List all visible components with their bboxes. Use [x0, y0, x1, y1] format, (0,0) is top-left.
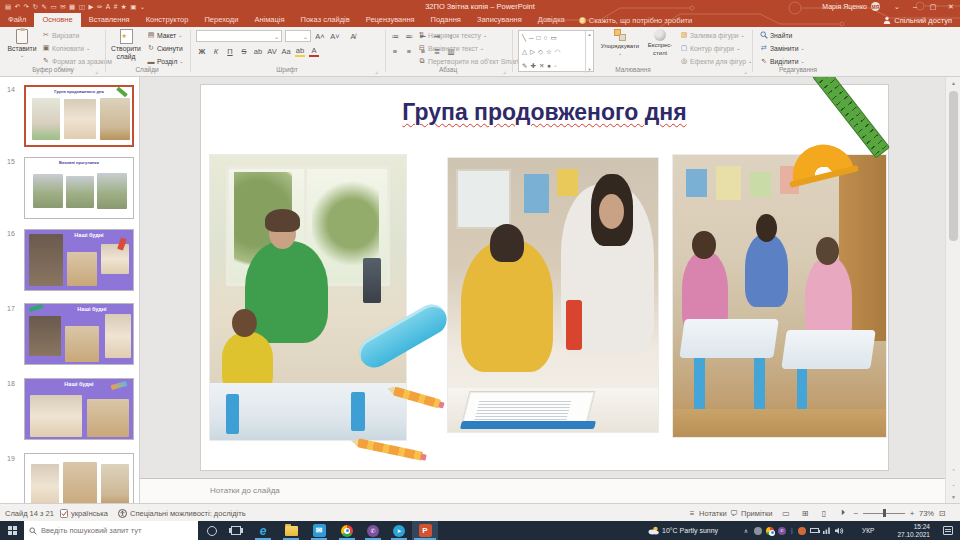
tab-recording[interactable]: Записування: [469, 13, 530, 27]
volume-icon[interactable]: [835, 527, 844, 535]
reset-button[interactable]: ↻Скинути: [147, 42, 183, 54]
italic-button[interactable]: К: [211, 47, 221, 56]
shape-arrow-icon[interactable]: ▷: [530, 46, 535, 58]
close-button[interactable]: ✕: [942, 0, 960, 13]
taskbar-chrome[interactable]: [334, 521, 360, 540]
decrease-font-button[interactable]: A˅: [330, 30, 340, 42]
reading-view-button[interactable]: ▯: [816, 504, 832, 522]
clipboard-dialog-launcher[interactable]: ⌟: [95, 67, 98, 74]
edit-icon[interactable]: ✎: [42, 0, 47, 13]
share-button[interactable]: Спільний доступ: [883, 13, 952, 27]
taskbar-weather[interactable]: 10°C Partly sunny: [648, 521, 718, 540]
shape-outline-button[interactable]: ▢Контур фігури⌄: [680, 42, 740, 54]
slide-title[interactable]: Група продовженого дня: [201, 99, 888, 126]
font-color-button[interactable]: А: [309, 46, 319, 57]
action-center-button[interactable]: [938, 521, 958, 540]
shape-diamond-icon[interactable]: ◇: [538, 46, 543, 58]
shape-triangle-icon[interactable]: △: [522, 46, 527, 58]
task-view-button[interactable]: [226, 521, 246, 540]
shape-plus-icon[interactable]: ✚: [530, 60, 535, 72]
slide-thumbnail-19[interactable]: [24, 453, 134, 503]
taskbar-powerpoint[interactable]: P: [412, 521, 438, 540]
notes-pane[interactable]: Нотатки до слайда: [140, 478, 945, 503]
shape-small-dot-icon[interactable]: ◦: [554, 60, 556, 72]
shape-rect-icon[interactable]: □: [537, 32, 541, 44]
redo-icon[interactable]: ↷: [24, 0, 29, 13]
scroll-up-icon[interactable]: ▲: [946, 77, 960, 89]
underline-button[interactable]: П: [225, 47, 235, 56]
font-name-select[interactable]: ⌄: [196, 30, 282, 42]
text-shadow-button[interactable]: ab: [253, 47, 263, 56]
chrome-tray-icon[interactable]: [766, 527, 774, 535]
text-direction-button[interactable]: ⇅Напрямок тексту⌄: [418, 29, 487, 41]
slide-thumbnail-15[interactable]: Виховні прогулянки: [24, 157, 134, 219]
tab-view[interactable]: Подання: [423, 13, 469, 27]
spellcheck-button[interactable]: українська: [60, 504, 108, 522]
find-button[interactable]: Знайти: [760, 29, 792, 41]
taskbar-search-input[interactable]: Введіть пошуковий запит тут: [24, 521, 198, 540]
zoom-in-button[interactable]: +: [908, 504, 916, 522]
shape-effects-button[interactable]: ◎Ефекти для фігур⌄: [680, 55, 752, 67]
ribbon-display-options-button[interactable]: ⌄: [888, 0, 906, 13]
zoom-out-button[interactable]: −: [852, 504, 860, 522]
taskbar-mail[interactable]: ✉: [306, 521, 332, 540]
notes-placeholder[interactable]: Нотатки до слайда: [210, 486, 280, 495]
paragraph-dialog-launcher[interactable]: ⌟: [503, 67, 506, 74]
shape-dot-icon[interactable]: ●: [547, 60, 551, 72]
tab-slideshow[interactable]: Показ слайдів: [293, 13, 358, 27]
tab-home[interactable]: Основне: [34, 13, 80, 27]
align-center-button[interactable]: ≡: [404, 47, 414, 56]
start-button[interactable]: [0, 521, 24, 540]
tab-file[interactable]: Файл: [0, 13, 34, 27]
cut-button[interactable]: ✂Вирізати: [42, 29, 79, 41]
zoom-percentage[interactable]: 73%: [919, 509, 934, 518]
strikethrough-button[interactable]: S: [239, 47, 249, 56]
battery-icon[interactable]: [810, 528, 819, 533]
fit-to-window-button[interactable]: ⊡: [937, 504, 947, 522]
align-text-button[interactable]: ⊟Вирівняти текст⌄: [418, 42, 484, 54]
grid-icon[interactable]: #: [114, 0, 118, 13]
normal-view-button[interactable]: ▭: [778, 504, 794, 522]
shape-line-icon[interactable]: ╲: [522, 32, 526, 44]
shapes-gallery[interactable]: ╲ ─ □ ○ ▭ △ ▷ ◇ ☆ ◠ ✎ ✚ ✕ ● ◦ ▲▼: [518, 30, 594, 72]
drawing-dialog-launcher[interactable]: ⌟: [744, 67, 747, 74]
shapes-gallery-scrollbar[interactable]: ▲▼: [585, 31, 593, 73]
photo-classroom-teacher[interactable]: [210, 155, 406, 440]
qat-customize-icon[interactable]: ⌄: [140, 0, 145, 13]
repeat-icon[interactable]: ↻: [33, 0, 38, 13]
shape-arc-icon[interactable]: ◠: [555, 46, 561, 58]
bullets-button[interactable]: ≔: [390, 32, 400, 41]
print-preview-icon[interactable]: ◫: [79, 0, 85, 13]
next-slide-button[interactable]: ⌄: [946, 478, 960, 490]
print-icon[interactable]: ▦: [69, 0, 75, 13]
tab-transitions[interactable]: Переходи: [196, 13, 246, 27]
shape-fill-button[interactable]: ▨Заливка фігури⌄: [680, 29, 745, 41]
onedrive-icon[interactable]: [754, 527, 762, 535]
slideshow-from-start-icon[interactable]: ▶: [88, 0, 93, 13]
character-spacing-button[interactable]: AV: [267, 47, 277, 56]
align-left-button[interactable]: ≡: [390, 47, 400, 56]
notes-toggle-button[interactable]: ≡Нотатки: [688, 504, 727, 522]
favorite-icon[interactable]: ★: [121, 0, 127, 13]
taskbar-viber[interactable]: ✆: [360, 521, 386, 540]
replace-button[interactable]: ⇄Замінити⌄: [760, 42, 805, 54]
clear-formatting-button[interactable]: A̸: [348, 30, 358, 42]
numbering-button[interactable]: ≕: [404, 32, 414, 41]
photo-two-girls-writing[interactable]: [448, 158, 658, 432]
tab-design[interactable]: Конструктор: [138, 13, 197, 27]
zoom-slider[interactable]: [863, 513, 905, 514]
font-dialog-launcher[interactable]: ⌟: [375, 67, 378, 74]
minimize-button[interactable]: –: [906, 0, 924, 13]
slide-thumbnail-14[interactable]: Група продовженого дня: [24, 85, 134, 147]
taskbar-telegram[interactable]: ➤: [386, 521, 412, 540]
slide-thumbnail-18[interactable]: Наші будні: [24, 378, 134, 440]
tab-animations[interactable]: Анімація: [246, 13, 292, 27]
cortana-button[interactable]: [202, 521, 222, 540]
zoom-slider-thumb[interactable]: [883, 509, 886, 517]
comments-toggle-button[interactable]: 🗩Примітки: [730, 504, 772, 522]
network-icon[interactable]: [823, 527, 831, 534]
pencil-clipart[interactable]: [357, 438, 423, 461]
editor-scrollbar[interactable]: ▲ ⌃ ⌄ ▼: [945, 77, 960, 503]
copy-button[interactable]: ▣Копіювати⌄: [42, 42, 90, 54]
convert-smartart-button[interactable]: ⧉Перетворити на об'єкт SmartArt⌄: [418, 55, 534, 67]
